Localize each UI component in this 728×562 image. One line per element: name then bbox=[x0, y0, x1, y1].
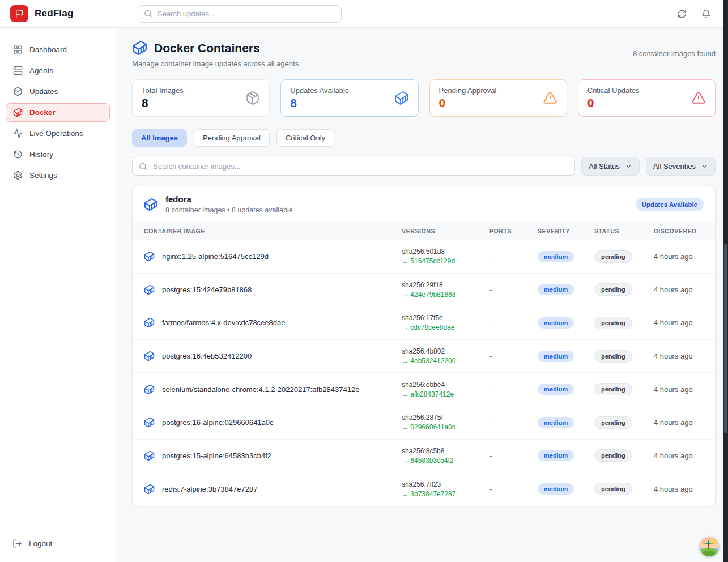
status-badge: pending bbox=[594, 250, 632, 263]
container-search-input[interactable] bbox=[132, 157, 575, 176]
sidebar-item-settings[interactable]: Settings bbox=[6, 166, 110, 185]
version-new: → 516475cc129d bbox=[402, 257, 489, 265]
sidebar-item-label: Updates bbox=[29, 87, 58, 96]
history-icon bbox=[13, 150, 23, 159]
severity-badge: medium bbox=[538, 284, 574, 295]
island-extension-icon[interactable] bbox=[700, 537, 719, 556]
discovered-value: 4 hours ago bbox=[654, 318, 701, 327]
table-row[interactable]: postgres:15:424e79b81868 sha256:29f18 → … bbox=[133, 274, 715, 307]
ports-value: - bbox=[489, 286, 538, 294]
status-select[interactable]: All Status bbox=[581, 157, 640, 176]
version-current: sha256:29f18 bbox=[402, 281, 489, 289]
col-container-image: CONTAINER IMAGE bbox=[144, 228, 402, 235]
topbar bbox=[116, 0, 728, 28]
version-current: sha256:7ff23 bbox=[402, 480, 489, 488]
version-current: sha256:17f5e bbox=[402, 314, 489, 322]
stat-card-updates-available: Updates Available 8 bbox=[280, 79, 418, 117]
sidebar-item-dashboard[interactable]: Dashboard bbox=[6, 40, 110, 59]
version-current: sha256:8c5b8 bbox=[402, 447, 489, 455]
stat-value: 0 bbox=[587, 96, 640, 110]
discovered-value: 4 hours ago bbox=[654, 352, 701, 360]
sidebar-item-agents[interactable]: Agents bbox=[6, 61, 110, 80]
discovered-value: 4 hours ago bbox=[654, 385, 701, 394]
status-badge: pending bbox=[594, 416, 632, 429]
container-search bbox=[132, 157, 575, 176]
topbar-search bbox=[138, 5, 342, 23]
group-header: fedora 8 container images • 8 updates av… bbox=[133, 186, 715, 222]
scrollbar[interactable] bbox=[723, 0, 728, 562]
page-header: Docker Containers Manage container image… bbox=[132, 40, 716, 68]
logout-label: Logout bbox=[29, 539, 52, 548]
updates-available-badge: Updates Available bbox=[636, 198, 704, 211]
container-icon bbox=[144, 384, 155, 395]
refresh-button[interactable] bbox=[676, 8, 688, 20]
chevron-down-icon bbox=[701, 163, 708, 170]
ports-value: - bbox=[489, 252, 538, 261]
content: Docker Containers Manage container image… bbox=[116, 28, 728, 562]
version-new: → afb28437412e bbox=[402, 390, 489, 398]
stat-value: 0 bbox=[439, 96, 497, 110]
severity-select-value: All Severities bbox=[653, 162, 696, 171]
tab-all-images[interactable]: All Images bbox=[132, 129, 187, 147]
container-icon bbox=[144, 484, 155, 495]
table-row[interactable]: postgres:16-alpine:029660641a0c sha256:2… bbox=[133, 406, 715, 440]
ports-value: - bbox=[489, 452, 538, 460]
stat-label: Pending Approval bbox=[439, 86, 497, 95]
sidebar-item-docker[interactable]: Docker bbox=[6, 103, 110, 122]
dashboard-icon bbox=[13, 45, 23, 54]
page-title: Docker Containers bbox=[154, 41, 260, 55]
status-badge: pending bbox=[594, 449, 632, 462]
container-icon bbox=[144, 284, 155, 295]
notifications-button[interactable] bbox=[700, 8, 712, 20]
group-name: fedora bbox=[165, 194, 293, 204]
logout-button[interactable]: Logout bbox=[10, 535, 105, 552]
version-current: sha256:2875f bbox=[402, 414, 489, 422]
filter-tabs: All Images Pending Approval Critical Onl… bbox=[132, 129, 716, 147]
discovered-value: 4 hours ago bbox=[654, 452, 701, 460]
sidebar-item-live-operations[interactable]: Live Operations bbox=[6, 124, 110, 143]
table-row[interactable]: farmos/farmos:4.x-dev:cdc78cee8dae sha25… bbox=[133, 306, 715, 340]
filter-row: All Status All Severities bbox=[132, 157, 716, 176]
table-row[interactable]: selenium/standalone-chrome:4.1.2-2022021… bbox=[133, 373, 715, 406]
ports-value: - bbox=[489, 352, 538, 360]
table-row[interactable]: postgres:15-alpine:64583b3cb4f2 sha256:8… bbox=[133, 440, 715, 473]
stat-label: Total Images bbox=[142, 86, 184, 95]
container-icon bbox=[144, 251, 155, 262]
severity-badge: medium bbox=[538, 351, 574, 362]
stat-value: 8 bbox=[142, 96, 184, 110]
severity-badge: medium bbox=[538, 450, 574, 461]
version-new: → cdc78cee8dae bbox=[402, 323, 489, 331]
col-ports: PORTS bbox=[489, 228, 538, 235]
table-row[interactable]: redis:7-alpine:3b73847e7287 sha256:7ff23… bbox=[133, 472, 715, 506]
ports-value: - bbox=[489, 485, 538, 493]
table-header: CONTAINER IMAGE VERSIONS PORTS SEVERITY … bbox=[133, 222, 715, 240]
server-icon bbox=[13, 66, 23, 75]
page-subtitle: Manage container image updates across al… bbox=[132, 59, 299, 68]
stat-card-pending-approval: Pending Approval 0 bbox=[429, 79, 567, 117]
updates-search-input[interactable] bbox=[138, 5, 342, 23]
status-badge: pending bbox=[594, 383, 632, 395]
table-row[interactable]: postgres:16:4eb532412200 sha256:4b802 → … bbox=[133, 340, 715, 373]
stat-label: Updates Available bbox=[290, 86, 349, 95]
container-icon bbox=[144, 351, 155, 361]
image-group-card: fedora 8 container images • 8 updates av… bbox=[132, 186, 716, 506]
container-icon bbox=[13, 108, 23, 117]
sidebar-item-history[interactable]: History bbox=[6, 145, 110, 164]
ports-value: - bbox=[489, 318, 538, 327]
tab-critical-only[interactable]: Critical Only bbox=[276, 129, 334, 147]
container-icon bbox=[144, 198, 157, 211]
scrollbar-thumb[interactable] bbox=[724, 244, 727, 433]
bell-icon bbox=[701, 9, 711, 19]
severity-select[interactable]: All Severities bbox=[646, 157, 716, 176]
group-summary: 8 container images • 8 updates available bbox=[165, 206, 293, 214]
refresh-icon bbox=[677, 9, 687, 19]
stat-value: 8 bbox=[290, 96, 349, 110]
container-image-name: postgres:15-alpine:64583b3cb4f2 bbox=[162, 452, 271, 460]
alert-triangle-icon bbox=[543, 91, 557, 105]
container-image-name: postgres:16:4eb532412200 bbox=[162, 352, 252, 360]
tab-pending-approval[interactable]: Pending Approval bbox=[194, 129, 270, 147]
search-icon bbox=[144, 10, 152, 18]
table-row[interactable]: nginx:1.25-alpine:516475cc129d sha256:50… bbox=[133, 240, 715, 274]
col-status: STATUS bbox=[594, 228, 654, 235]
sidebar-item-updates[interactable]: Updates bbox=[6, 82, 110, 101]
